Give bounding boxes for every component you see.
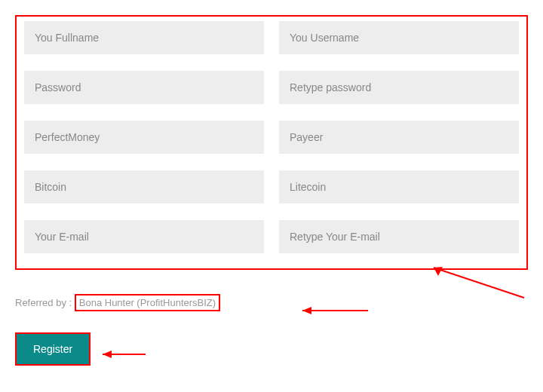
username-input[interactable]	[279, 21, 519, 54]
retype-password-input[interactable]	[279, 71, 519, 104]
svg-line-0	[434, 268, 524, 298]
registration-form-box	[15, 15, 528, 270]
retype-email-input[interactable]	[279, 220, 519, 253]
form-row	[24, 71, 519, 104]
password-input[interactable]	[24, 71, 264, 104]
litecoin-input[interactable]	[279, 170, 519, 204]
svg-marker-5	[103, 351, 112, 358]
arrow-annotation-icon	[97, 347, 149, 362]
referred-by-line: Referred by : Bona Hunter (ProfitHunters…	[15, 294, 528, 311]
referred-label: Referred by :	[15, 297, 75, 308]
referred-value: Bona Hunter (ProfitHuntersBIZ)	[75, 294, 220, 311]
form-row	[24, 170, 519, 204]
payeer-input[interactable]	[279, 121, 519, 154]
register-button[interactable]: Register	[15, 332, 90, 366]
form-row	[24, 21, 519, 54]
email-input[interactable]	[24, 220, 264, 253]
fullname-input[interactable]	[24, 21, 264, 54]
form-row	[24, 121, 519, 154]
bitcoin-input[interactable]	[24, 170, 264, 204]
form-row	[24, 220, 519, 253]
perfectmoney-input[interactable]	[24, 121, 264, 154]
